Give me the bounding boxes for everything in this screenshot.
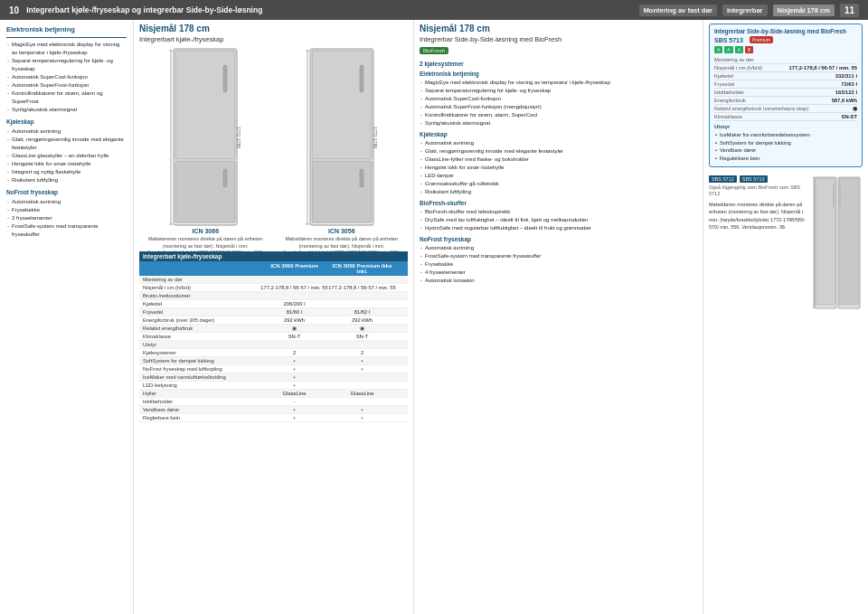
utstyr-item-1: •IceMaker fra vannforberedelsessystem bbox=[720, 131, 857, 139]
nav-nisjemaal[interactable]: Nisjemål 178 cm bbox=[773, 5, 835, 16]
svg-text:1772-1788: 1772-1788 bbox=[236, 127, 241, 148]
rkj-item-2: Glatt, rengjøringsvennlig innside med el… bbox=[425, 147, 697, 156]
table-row: Kjøledel 206/200 l bbox=[139, 300, 408, 308]
svg-text:1772-1788: 1772-1788 bbox=[373, 127, 378, 148]
sbs-fridge-drawing bbox=[813, 175, 863, 312]
kjole-item-3: GlassLine glasskyller – en delerbar hyll… bbox=[12, 152, 127, 160]
utstyr-item-2: •SoftSystem for dempet lukking bbox=[720, 139, 857, 147]
kjole-item-5: Integrert og nyttig flaskehylle bbox=[12, 168, 127, 176]
right-elektronisk-list: MagicEye med elektronisk display for vis… bbox=[420, 79, 697, 128]
rnf-item-2: FrostSafe-system med transparente fryses… bbox=[425, 252, 697, 260]
main-content: Elektronisk betjening MagicEye med elekt… bbox=[0, 20, 868, 614]
biofresh-skuffer-heading: BioFresh-skuffer bbox=[420, 200, 697, 206]
elektronisk-list: MagicEye med elektronisk display for vis… bbox=[6, 41, 127, 114]
utstyr-item-3: •Vendbare dører bbox=[720, 146, 857, 155]
table-header: Integrerbart kjøle-/fryseskap bbox=[139, 251, 408, 261]
rnf-item-5: Automatisk ismaskin bbox=[425, 277, 697, 285]
elekt-item-1: MagicEye med elektronisk display for vis… bbox=[12, 41, 127, 57]
table-row: Isbitbeholder - bbox=[139, 398, 408, 406]
fridge2-svg: 1772-1788 bbox=[306, 47, 378, 228]
rel-item-6: Synlig/akustisk alarmsignal bbox=[425, 119, 697, 128]
sbs-text: SBS 5712 SBS 5713 Også tilgjengelig uten… bbox=[709, 175, 809, 231]
kjoleskap-heading: Kjøleskap bbox=[6, 118, 127, 126]
far-right-column: Integrerbar Side-by-Side-løsning med Bio… bbox=[703, 20, 868, 614]
products-row: 1772-1788 ICN 3066 Møbeløreren monteres … bbox=[139, 47, 408, 246]
utstyr-list: •IceMaker fra vannforberedelsessystem •S… bbox=[714, 131, 857, 163]
card-row-nisjemaal: Nisjemål i cm (h/b/d) 177,2-178,8 / 56-5… bbox=[714, 64, 857, 72]
rkj-item-4: Hengslet lokk for smør-/ostehylle bbox=[425, 164, 697, 172]
table-row: Montering av dør bbox=[139, 276, 408, 284]
kjole-item-2: Glatt, rengjøringsvennlig innside med el… bbox=[12, 136, 127, 152]
energy-ratings-row: A A A B bbox=[714, 46, 857, 53]
svg-rect-11 bbox=[360, 65, 363, 92]
comparison-table: Integrerbart kjøle-/fryseskap ICN 3066 P… bbox=[139, 251, 408, 422]
energy-bar-b: B bbox=[745, 46, 753, 53]
table-row: Utstyr bbox=[139, 341, 408, 349]
right-kjoleskap-list: Automatisk avriming Glatt, rengjøringsve… bbox=[420, 139, 697, 196]
kjoleskap-list: Automatisk avriming Glatt, rengjøringsve… bbox=[6, 128, 127, 184]
rkj-item-7: Risikolent luftfylling bbox=[425, 188, 697, 196]
kjole-item-6: Risikolent luftfylling bbox=[12, 176, 127, 184]
nav-montering[interactable]: Montering av fast dør bbox=[639, 5, 717, 16]
utstyr-label: Utstyr bbox=[714, 124, 857, 129]
rnf-item-3: Frysebakke bbox=[425, 260, 697, 269]
sbs-model-2: SBS 5713 bbox=[740, 175, 768, 183]
biofresh-badge: BioFresh bbox=[420, 47, 448, 54]
elekt-item-4: Automatisk SuperFrost-funksjon bbox=[12, 81, 127, 90]
product1-drawing: 1772-1788 bbox=[169, 47, 241, 228]
table-row: LED-belysning • bbox=[139, 382, 408, 390]
nav-integrerbar[interactable]: Integrerbar bbox=[722, 5, 768, 16]
page: 10 Integrerbart kjøle-/fryseskap og inte… bbox=[0, 0, 868, 614]
rel-item-1: MagicEye med elektronisk display for vis… bbox=[425, 79, 697, 87]
svg-rect-20 bbox=[833, 184, 835, 207]
header: 10 Integrerbart kjøle-/fryseskap og inte… bbox=[0, 0, 868, 20]
right-column: Nisjemål 178 cm Integrerbar Side-by-Side… bbox=[414, 20, 703, 614]
product1-box: 1772-1788 ICN 3066 Møbeløreren monteres … bbox=[139, 47, 272, 246]
elektronisk-heading: Elektronisk betjening bbox=[6, 25, 127, 38]
svg-rect-13 bbox=[360, 169, 363, 187]
nofrost-list: Automatisk avriming Frysebakke 2 fryseel… bbox=[6, 198, 127, 239]
elekt-item-3: Automatisk SuperCool-funksjon bbox=[12, 73, 127, 81]
energy-bar-a3: A bbox=[735, 46, 743, 53]
product2-label: ICN 3056 bbox=[328, 228, 355, 234]
elekt-item-2: Separat temperaturregulering for kjøle- … bbox=[12, 57, 127, 73]
card-row-montering: Montering av dør bbox=[714, 56, 857, 64]
table-row: IceMaker med varmlufttørkelkobling • bbox=[139, 373, 408, 382]
table-row: Reglerbare bein • • bbox=[139, 414, 408, 422]
fridge1-svg: 1772-1788 bbox=[169, 47, 241, 228]
rnf-item-4: 4 fryseelementer bbox=[425, 269, 697, 277]
left-column: Elektronisk betjening MagicEye med elekt… bbox=[0, 20, 134, 614]
rkj-item-6: Grønnsaksskuffer gå rulletrekk bbox=[425, 180, 697, 188]
card-row-klimaklasse: Klimaklasse SN-ST bbox=[714, 113, 857, 121]
table-row: Nisjemål i cm (h/b/d) 177,2-178,8 / 56-5… bbox=[139, 284, 408, 292]
nofrost-item-3: 2 fryseelementer bbox=[12, 214, 127, 222]
rnf-item-1: Automatisk avriming bbox=[425, 244, 697, 252]
rel-item-3: Automatisk SuperCool-funksjon bbox=[425, 95, 697, 103]
nofrost-heading: NoFrost fryseskap bbox=[6, 188, 127, 196]
rkj-item-1: Automatisk avriming bbox=[425, 139, 697, 147]
energy-bar-a2: A bbox=[724, 46, 732, 53]
svg-rect-19 bbox=[816, 178, 835, 305]
sbs-fridge-svg bbox=[813, 175, 863, 311]
col2-header: ICN 3056 Premium ikke inkl. bbox=[328, 263, 396, 274]
right-nofrost-list: Automatisk avriming FrostSafe-system med… bbox=[420, 244, 697, 285]
table-row: Klimaklasse SN-T SN-T bbox=[139, 333, 408, 341]
table-row: Hyller GlassLine GlassLine bbox=[139, 390, 408, 398]
svg-rect-22 bbox=[839, 178, 859, 305]
table-row: SoftSystem for dempet lukking • • bbox=[139, 357, 408, 365]
right-section-title: Nisjemål 178 cm bbox=[420, 24, 697, 33]
rkj-item-3: GlassLine-fyllier med flaske- og bokshol… bbox=[425, 156, 697, 164]
mid-column: Nisjemål 178 cm Integrerbart kjøle-/frys… bbox=[134, 20, 414, 614]
card-row-rel-energi: Relativt energiforbruk (venstre/høyre sk… bbox=[714, 105, 857, 113]
header-left: 10 Integrerbart kjøle-/fryseskap og inte… bbox=[9, 5, 262, 15]
mid-section-title: Nisjemål 178 cm bbox=[139, 24, 408, 33]
svg-rect-4 bbox=[223, 169, 227, 187]
rel-item-2: Separat temperaturregulering for kjøle- … bbox=[425, 87, 697, 95]
biofresh-skuffer-list: BioFresh-skuffer med teleskoptrekk DrySa… bbox=[420, 208, 697, 232]
header-right: Montering av fast dør Integrerbar Nisjem… bbox=[639, 4, 859, 17]
kjolesys-label: 2 kjølesystemer bbox=[420, 61, 697, 67]
energy-bar-a: A bbox=[714, 46, 722, 53]
table-row: Energiforbruk (over 365 dager) 292 kWh 2… bbox=[139, 316, 408, 325]
nofrost-item-2: Frysebakke bbox=[12, 206, 127, 214]
bf-item-3: HydroSafe med regulerbar luftfuktighet –… bbox=[425, 224, 697, 232]
